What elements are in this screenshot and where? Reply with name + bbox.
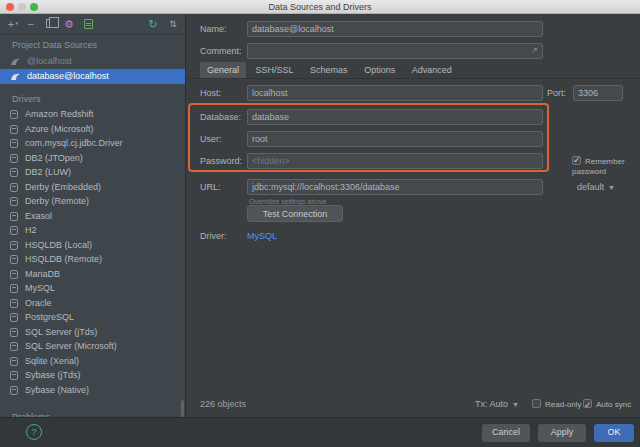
cancel-button[interactable]: Cancel [482,424,530,442]
port-label: Port: [547,85,566,101]
url-label: URL: [200,179,221,195]
sidebar-scrollbar[interactable] [181,400,184,417]
database-driver-icon [10,255,18,264]
expand-comment-icon[interactable]: ↗ [531,46,538,55]
database-driver-icon [10,313,18,322]
sidebar-item-driver[interactable]: DB2 (LUW) [0,165,185,180]
dialog-footer: ? Cancel Apply OK [0,417,640,447]
mysql-dolphin-icon [10,57,21,67]
database-driver-icon [10,284,18,293]
remove-icon[interactable]: − [24,17,38,31]
name-label: Name: [200,21,227,37]
tab-ssh-ssl[interactable]: SSH/SSL [249,62,301,78]
port-input[interactable] [573,85,623,101]
add-icon[interactable]: +▾ [4,17,18,31]
database-driver-icon [10,197,18,206]
database-driver-icon [10,270,18,279]
window-title: Data Sources and Drivers [0,0,640,14]
sidebar-item-driver[interactable]: HSQLDB (Remote) [0,252,185,267]
datasource-settings-panel: Name: Comment: ↗ General SSH/SSL Schemas… [187,14,640,417]
sidebar-item-database-localhost[interactable]: database@localhost [0,69,185,84]
name-input[interactable] [247,21,543,37]
database-driver-icon [10,212,18,221]
database-input[interactable] [247,109,543,125]
sidebar-item-driver[interactable]: com.mysql.cj.jdbc.Driver [0,136,185,151]
sidebar-item-driver[interactable]: SQL Server (Microsoft) [0,339,185,354]
tx-dropdown[interactable]: Tx: Auto▼ [475,397,519,412]
chevron-down-icon: ▼ [512,401,519,408]
database-driver-icon [10,154,18,163]
tab-schemas[interactable]: Schemas [303,62,355,78]
checkbox-checked-icon [572,156,581,165]
collapse-icon[interactable]: ⇅ [166,17,180,31]
tab-general[interactable]: General [200,62,246,78]
sidebar-item-driver[interactable]: Azure (Microsoft) [0,122,185,137]
settings-tabs: General SSH/SSL Schemas Options Advanced [200,62,459,78]
tab-advanced[interactable]: Advanced [405,62,459,78]
sidebar-item-driver[interactable]: Sybase (jTds) [0,368,185,383]
database-driver-icon [10,168,18,177]
help-button[interactable]: ? [26,424,42,440]
object-count: 226 objects [200,397,246,411]
url-note: Overrides settings above [249,198,326,205]
user-label: User: [200,131,222,147]
url-input[interactable] [247,179,543,195]
remember-password-checkbox[interactable]: Remember password [572,156,640,176]
sidebar-item-driver[interactable]: Derby (Embedded) [0,180,185,195]
database-driver-icon [10,386,18,395]
tab-options[interactable]: Options [357,62,402,78]
sidebar-item-driver[interactable]: MySQL [0,281,185,296]
checkbox-unchecked-icon [532,399,541,408]
database-driver-icon [10,328,18,337]
read-only-checkbox[interactable]: Read-only [532,397,581,412]
mysql-dolphin-icon [10,72,21,82]
host-input[interactable] [247,85,543,101]
refresh-icon[interactable]: ↻ [146,17,160,31]
sidebar-item-driver[interactable]: SQL Server (jTds) [0,325,185,340]
section-drivers: Drivers [12,94,41,104]
driver-link[interactable]: MySQL [247,231,277,241]
password-input[interactable] [247,153,543,169]
sidebar-item-driver[interactable]: Oracle [0,296,185,311]
sidebar: +▾ − ⚙ ↻ ⇅ Project Data Sources @localho… [0,14,186,417]
sidebar-item-driver[interactable]: MariaDB [0,267,185,282]
url-preset-dropdown[interactable]: default▼ [577,182,615,192]
comment-label: Comment: [200,43,242,59]
sidebar-toolbar: +▾ − ⚙ ↻ ⇅ [0,14,185,35]
auto-sync-checkbox[interactable]: Auto sync [583,397,631,412]
database-driver-icon [10,241,18,250]
sidebar-item-driver[interactable]: Sqlite (Xerial) [0,354,185,369]
sidebar-item-driver[interactable]: Amazon Redshift [0,107,185,122]
sidebar-item-driver[interactable]: HSQLDB (Local) [0,238,185,253]
ok-button[interactable]: OK [594,424,634,442]
database-driver-icon [10,226,18,235]
drivers-list: Amazon Redshift Azure (Microsoft) com.my… [0,107,185,397]
database-driver-icon [10,139,18,148]
status-row: 226 objects Tx: Auto▼ Read-only Auto syn… [187,397,640,411]
database-driver-icon [10,110,18,119]
sidebar-item-driver[interactable]: DB2 (JTOpen) [0,151,185,166]
host-label: Host: [200,85,221,101]
import-ddl-icon[interactable] [84,19,93,29]
sidebar-item-driver[interactable]: Derby (Remote) [0,194,185,209]
database-driver-icon [10,183,18,192]
database-driver-icon [10,125,18,134]
sidebar-item-driver[interactable]: PostgreSQL [0,310,185,325]
database-driver-icon [10,371,18,380]
test-connection-button[interactable]: Test Connection [247,205,343,222]
apply-button[interactable]: Apply [538,424,586,442]
sidebar-item-driver[interactable]: H2 [0,223,185,238]
tabs-divider [187,78,640,79]
sidebar-item-localhost[interactable]: @localhost [0,54,185,69]
driver-properties-icon[interactable]: ⚙ [62,17,76,31]
sidebar-item-driver[interactable]: Sybase (Native) [0,383,185,398]
comment-input[interactable] [247,43,543,59]
section-project-data-sources: Project Data Sources [12,40,97,50]
user-input[interactable] [247,131,543,147]
database-driver-icon [10,357,18,366]
sidebar-item-driver[interactable]: Exasol [0,209,185,224]
duplicate-icon[interactable] [46,19,54,28]
password-label: Password: [200,153,242,169]
database-driver-icon [10,342,18,351]
checkbox-checked-icon [583,399,592,408]
